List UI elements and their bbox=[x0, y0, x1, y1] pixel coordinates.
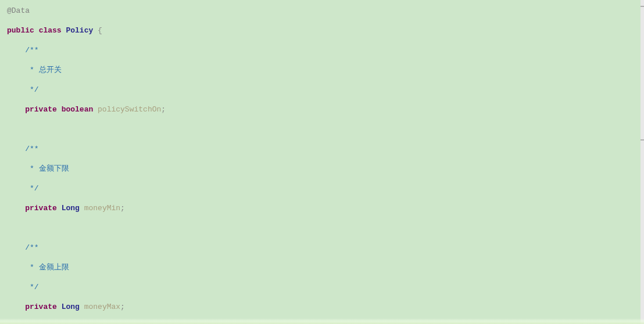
cmt-end: */ bbox=[25, 283, 38, 291]
kw-private: private bbox=[25, 303, 57, 311]
field-policySwitchOn: policySwitchOn bbox=[98, 105, 161, 114]
code-block: @Data public class Policy { /** * 总开关 */… bbox=[7, 6, 644, 324]
kw-private: private bbox=[25, 204, 57, 213]
kw-private: private bbox=[25, 105, 57, 114]
t-long: Long bbox=[62, 204, 80, 213]
bottom-fade bbox=[0, 318, 644, 324]
right-margin-bar bbox=[641, 0, 644, 324]
cmt-start: /** bbox=[25, 46, 38, 55]
class-policy: Policy bbox=[66, 26, 93, 35]
semi: ; bbox=[120, 303, 125, 311]
cmt-end: */ bbox=[25, 85, 38, 94]
cmt-start: /** bbox=[25, 145, 38, 153]
cmt-f1: 总开关 bbox=[39, 66, 62, 74]
brace-open: { bbox=[98, 26, 102, 35]
kw-public: public bbox=[7, 26, 34, 35]
annotation-data: @Data bbox=[7, 6, 30, 15]
t-boolean: boolean bbox=[62, 105, 94, 114]
cmt-star: * bbox=[25, 66, 34, 74]
margin-tick bbox=[641, 139, 644, 141]
cmt-start: /** bbox=[25, 243, 38, 252]
field-moneyMin: moneyMin bbox=[84, 204, 120, 213]
kw-class: class bbox=[39, 26, 62, 35]
margin-tick bbox=[641, 6, 644, 7]
t-long: Long bbox=[62, 303, 80, 311]
cmt-f3: 金额上限 bbox=[39, 263, 69, 272]
semi: ; bbox=[161, 105, 166, 114]
cmt-end: */ bbox=[25, 184, 38, 193]
semi: ; bbox=[120, 204, 125, 213]
field-moneyMax: moneyMax bbox=[84, 303, 120, 311]
cmt-star: * bbox=[25, 164, 34, 173]
cmt-star: * bbox=[25, 263, 34, 272]
cmt-f2: 金额下限 bbox=[39, 164, 69, 173]
